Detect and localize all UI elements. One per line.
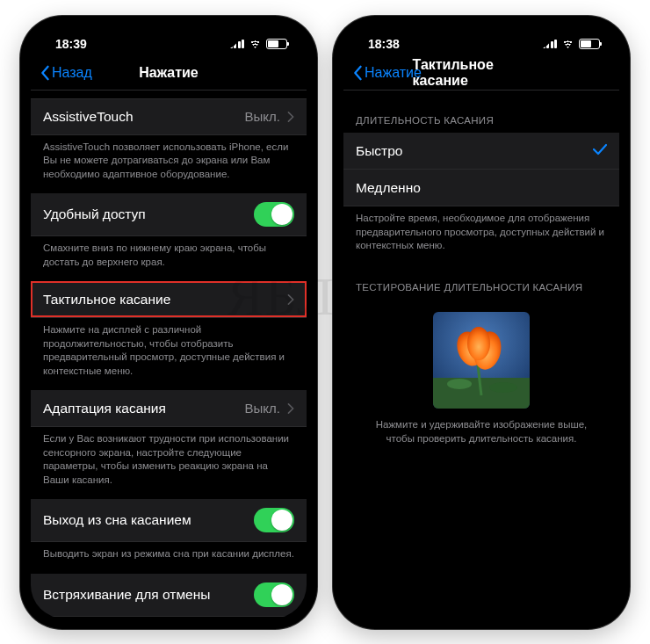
section-header-duration: ДЛИТЕЛЬНОСТЬ КАСАНИЯ: [343, 98, 619, 134]
reachability-toggle[interactable]: [254, 202, 294, 227]
cell-touch-accommodations[interactable]: Адаптация касания Выкл.: [31, 390, 307, 427]
status-time: 18:38: [368, 37, 400, 51]
chevron-right-icon: [287, 294, 294, 305]
chevron-left-icon: [352, 65, 363, 81]
shake-to-undo-toggle[interactable]: [254, 582, 294, 607]
page-title: Тактильное касание: [413, 57, 551, 89]
status-time: 18:39: [55, 37, 87, 51]
cell-label: Встряхивание для отмены: [43, 587, 210, 603]
cell-label: Медленно: [356, 180, 421, 196]
wifi-icon: [561, 39, 574, 48]
notch: [98, 26, 239, 49]
cell-slow[interactable]: Медленно: [343, 170, 619, 206]
cell-reachability[interactable]: Удобный доступ: [31, 193, 307, 236]
chevron-right-icon: [287, 403, 294, 414]
chevron-right-icon: [287, 112, 294, 122]
footer-test: Нажмите и удерживайте изображение выше, …: [343, 409, 619, 445]
cell-assistivetouch[interactable]: AssistiveTouch Выкл.: [31, 98, 307, 135]
page-title: Нажатие: [139, 65, 198, 81]
cell-tap-to-wake[interactable]: Выход из сна касанием: [31, 499, 307, 542]
notch: [411, 26, 552, 49]
phone-right: 18:38 Нажатие Тактильное касание ДЛИТЕЛЬ…: [333, 16, 630, 629]
cell-label: Удобный доступ: [43, 206, 146, 222]
svg-point-4: [467, 327, 490, 360]
cell-label: Адаптация касания: [43, 401, 166, 416]
svg-point-6: [489, 382, 517, 393]
cell-label: Тактильное касание: [43, 292, 170, 308]
battery-icon: [266, 39, 287, 49]
back-button[interactable]: Нажатие: [352, 65, 422, 81]
chevron-left-icon: [40, 65, 50, 81]
footer-reachability: Смахните вниз по нижнему краю экрана, чт…: [31, 236, 307, 281]
cell-label: AssistiveTouch: [43, 109, 134, 125]
cell-shake-to-undo[interactable]: Встряхивание для отмены: [31, 574, 307, 617]
svg-point-5: [447, 379, 472, 389]
cell-fast[interactable]: Быстро: [343, 133, 619, 170]
wifi-icon: [249, 39, 262, 48]
section-header-test: ТЕСТИРОВАНИЕ ДЛИТЕЛЬНОСТИ КАСАНИЯ: [343, 265, 619, 300]
footer-shake: Если Вы часто встряхиваете iPhone случай…: [31, 617, 307, 619]
footer-haptic: Нажмите на дисплей с различной продолжит…: [31, 318, 307, 390]
cell-label: Выход из сна касанием: [43, 512, 191, 528]
cell-value: Выкл.: [245, 109, 280, 124]
checkmark-icon: [593, 143, 607, 159]
cell-value: Выкл.: [245, 401, 280, 416]
back-label: Назад: [52, 65, 92, 81]
tap-to-wake-toggle[interactable]: [254, 508, 294, 532]
battery-icon: [579, 39, 600, 49]
footer-duration: Настройте время, необходимое для отображ…: [343, 206, 619, 265]
back-button[interactable]: Назад: [40, 65, 92, 81]
test-image[interactable]: [433, 312, 530, 409]
nav-bar: Нажатие Тактильное касание: [343, 62, 619, 90]
footer-wake: Выводить экран из режима сна при касании…: [31, 542, 307, 574]
footer-accommodations: Если у Вас возникают трудности при испол…: [31, 427, 307, 499]
nav-bar: Назад Нажатие: [31, 62, 307, 90]
cell-haptic-touch[interactable]: Тактильное касание: [31, 281, 307, 318]
footer-assistivetouch: AssistiveTouch позволяет использовать iP…: [31, 135, 307, 194]
cell-label: Быстро: [356, 143, 402, 159]
phone-left: 18:39 Назад Нажатие AssistiveTouch Выкл.: [20, 16, 317, 629]
